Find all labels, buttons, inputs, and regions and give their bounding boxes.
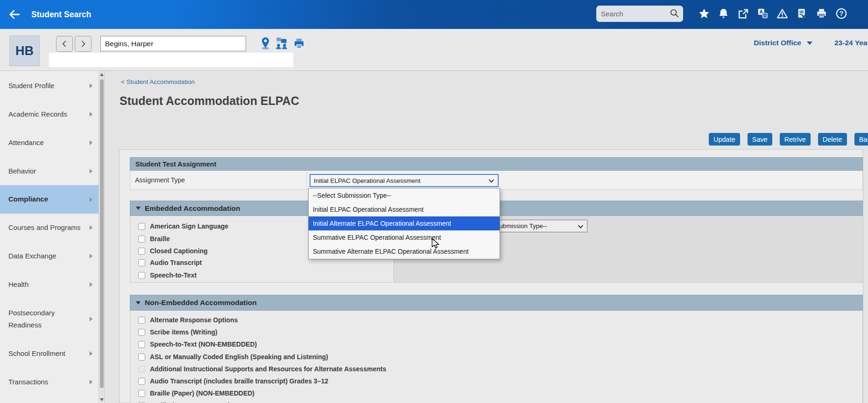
- checkbox-row-audio-transcript-braille[interactable]: Audio Transcript (includes braille trans…: [138, 375, 328, 387]
- student-test-assignment-header: Student Test Assignment: [130, 157, 863, 171]
- assignment-type-dropdown-list: --Select Submission Type-- Initial ELPAC…: [308, 188, 500, 259]
- chevron-right-icon: [90, 169, 92, 174]
- sidebar-item-postsecondary-readiness[interactable]: Postsecondary Readiness: [0, 306, 99, 333]
- breadcrumb-student-accommodation-link[interactable]: < Student Accommodation: [121, 78, 195, 85]
- chevron-right-icon: [90, 282, 92, 287]
- sidebar-item-data-exchange[interactable]: Data Exchange: [0, 246, 99, 266]
- student-name-search-input[interactable]: [100, 36, 246, 51]
- checkbox-unchecked[interactable]: [138, 223, 145, 230]
- print-student-icon[interactable]: [291, 36, 306, 50]
- print-icon[interactable]: [815, 7, 828, 21]
- student-search-suggestion-panel: [49, 53, 293, 67]
- checkbox-unchecked[interactable]: [138, 354, 145, 361]
- external-link-icon[interactable]: [737, 7, 749, 21]
- school-year-selector[interactable]: 23-24 Year: [834, 37, 868, 49]
- chevron-right-icon: [90, 225, 92, 230]
- dropdown-option-summative-elpac[interactable]: Summative ELPAC Operational Assessment: [309, 230, 500, 244]
- top-navigation-bar: Student Search A: [0, 0, 868, 29]
- checkbox-unchecked[interactable]: [138, 248, 145, 255]
- checkbox-row-closed-captioning[interactable]: Closed Captioning: [138, 245, 208, 257]
- school-selector-value: District Office: [754, 39, 801, 47]
- checkbox-unchecked[interactable]: [138, 236, 145, 243]
- assignment-type-label: Assignment Type: [135, 171, 185, 189]
- previous-student-button[interactable]: [56, 36, 73, 52]
- checkbox-unchecked[interactable]: [138, 272, 145, 279]
- checkbox-unchecked[interactable]: [138, 317, 145, 324]
- translate-icon[interactable]: A: [756, 7, 769, 21]
- checkbox-row-scribe-items[interactable]: Scribe items (Writing): [138, 327, 217, 338]
- collapse-triangle-icon[interactable]: [136, 207, 141, 210]
- global-search-input[interactable]: [601, 10, 669, 18]
- notifications-bell-icon[interactable]: [717, 7, 730, 21]
- back-button[interactable]: Back: [854, 133, 868, 146]
- sidebar-item-compliance[interactable]: Compliance: [0, 185, 99, 214]
- sidebar-item-school-enrollment[interactable]: School Enrollment: [0, 343, 99, 364]
- sidebar-scrollbar[interactable]: [99, 71, 104, 403]
- sidebar-item-transactions[interactable]: Transactions: [0, 372, 99, 392]
- back-arrow-icon[interactable]: [7, 7, 22, 22]
- alert-warning-icon[interactable]: [776, 7, 789, 21]
- dropdown-option-initial-alternate-elpac[interactable]: Initial Alternate ELPAC Operational Asse…: [309, 216, 500, 230]
- global-search-box: [596, 6, 683, 22]
- sidebar-item-academic-records[interactable]: Academic Records: [0, 104, 99, 125]
- sidebar-item-behavior[interactable]: Behavior: [0, 161, 99, 181]
- chevron-right-icon: [90, 380, 92, 384]
- checkbox-row-american-sign-language[interactable]: American Sign Language: [138, 221, 228, 232]
- column-divider: [306, 171, 307, 189]
- search-icon[interactable]: [669, 8, 679, 20]
- checkbox-unchecked[interactable]: [138, 341, 145, 348]
- collapse-triangle-icon[interactable]: [136, 301, 141, 305]
- dropdown-option-summative-alternate-elpac[interactable]: Summative Alternate ELPAC Operational As…: [309, 244, 500, 258]
- assignment-type-select[interactable]: Initial ELPAC Operational Assessment: [310, 174, 499, 187]
- checkbox-row-speech-to-text[interactable]: Speech-to-Text: [138, 270, 197, 281]
- location-pin-icon[interactable]: [258, 36, 273, 50]
- school-selector-dropdown[interactable]: District Office: [728, 37, 812, 49]
- sidebar-item-health[interactable]: Health: [0, 274, 99, 295]
- page-title: Student Accommodation ELPAC: [120, 94, 299, 108]
- sidebar-item-attendance[interactable]: Attendance: [0, 132, 99, 153]
- delete-button[interactable]: Delete: [818, 133, 847, 146]
- next-student-button[interactable]: [75, 36, 92, 52]
- scroll-down-icon[interactable]: [100, 398, 104, 401]
- chevron-right-icon: [90, 83, 92, 88]
- page-context-title: Student Search: [31, 0, 91, 29]
- chevron-right-icon: [90, 197, 92, 202]
- chevron-down-icon: [488, 178, 494, 185]
- chevron-right-icon: [90, 254, 92, 258]
- update-button[interactable]: Update: [709, 133, 740, 146]
- help-icon[interactable]: ?: [835, 7, 847, 21]
- dropdown-option-select-submission-type[interactable]: --Select Submission Type--: [309, 188, 500, 202]
- checkbox-row-audio-transcript[interactable]: Audio Transcript: [138, 257, 202, 268]
- chevron-right-icon: [90, 112, 92, 117]
- scrollbar-thumb[interactable]: [100, 79, 104, 388]
- checkbox-disabled: [138, 366, 145, 373]
- checkbox-row-braille[interactable]: Braille: [138, 233, 170, 244]
- document-check-icon[interactable]: [796, 7, 808, 21]
- chevron-down-icon: [807, 42, 812, 45]
- checkbox-unchecked[interactable]: [138, 329, 145, 336]
- favorites-star-icon[interactable]: [698, 7, 710, 21]
- non-embedded-accommodation-header: Non-Embedded Accommodation: [130, 295, 863, 311]
- checkbox-row-braille-paper-non-embedded[interactable]: Braille (Paper) (NON-EMBEDDED): [138, 388, 254, 399]
- chevron-right-icon: [90, 317, 92, 321]
- scroll-up-icon[interactable]: [100, 73, 104, 76]
- chevron-right-icon: [90, 140, 92, 145]
- dropdown-option-initial-elpac[interactable]: Initial ELPAC Operational Assessment: [309, 202, 500, 216]
- contacts-conversation-icon[interactable]: [275, 36, 289, 50]
- chevron-right-icon: [90, 351, 92, 356]
- student-avatar[interactable]: HB: [9, 35, 40, 66]
- checkbox-unchecked[interactable]: [138, 390, 145, 397]
- sidebar-item-student-profile[interactable]: Student Profile: [0, 76, 99, 96]
- checkbox-row-asl-manually-coded-english[interactable]: ASL or Manually Coded English (Speaking …: [138, 351, 328, 362]
- checkbox-row-speech-to-text-non-embedded[interactable]: Speech-to-Text (NON-EMBEDDED): [138, 339, 257, 350]
- topbar-icon-strip: A ?: [698, 7, 847, 21]
- checkbox-row-braille-non-embedded[interactable]: Braille (NON-EMBEDDED): [138, 400, 230, 403]
- save-button[interactable]: Save: [748, 133, 772, 146]
- sidebar-navigation: Student Profile Academic Records Attenda…: [0, 71, 105, 403]
- checkbox-row-additional-instructional-supports[interactable]: Additional Instructional Supports and Re…: [138, 363, 386, 375]
- checkbox-unchecked[interactable]: [138, 259, 145, 266]
- checkbox-row-alternate-response-options[interactable]: Alternate Response Options: [138, 314, 238, 326]
- retrive-button[interactable]: Retrive: [780, 133, 811, 146]
- checkbox-unchecked[interactable]: [138, 378, 145, 385]
- sidebar-item-courses-and-programs[interactable]: Courses and Programs: [0, 217, 99, 238]
